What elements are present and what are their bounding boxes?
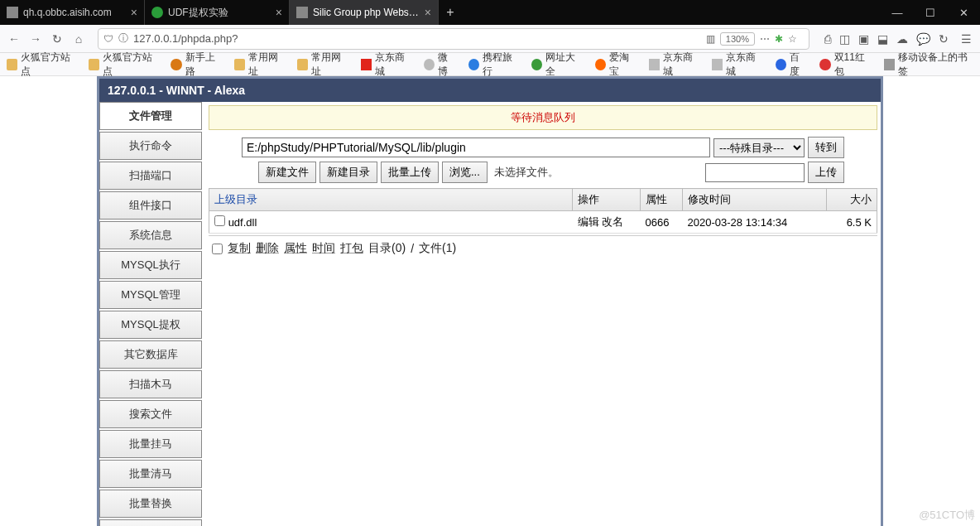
upload-name-input[interactable]: [705, 163, 805, 182]
url-bar[interactable]: 🛡 ⓘ ▥ 130% ⋯ ✱ ☆: [98, 28, 809, 50]
browse-button[interactable]: 浏览...: [442, 162, 488, 183]
tab-label: Silic Group php Webshell version: [313, 7, 420, 18]
sidebar-item-component[interactable]: 组件接口: [99, 191, 202, 220]
bookmark-item[interactable]: 常用网址: [234, 51, 286, 79]
sidebar-icon[interactable]: ◫: [839, 32, 850, 46]
bookmark-item[interactable]: 京东商城: [712, 51, 763, 79]
browser-tab-2[interactable]: Silic Group php Webshell version ×: [290, 0, 439, 25]
rename-link[interactable]: 改名: [602, 215, 623, 228]
menu-button[interactable]: ☰: [957, 30, 975, 48]
sync-icon[interactable]: ↻: [939, 32, 949, 46]
reader-icon[interactable]: ▥: [706, 33, 715, 45]
sidebar-item-mysql-admin[interactable]: MYSQL管理: [99, 281, 202, 309]
forward-button[interactable]: →: [26, 30, 45, 48]
batch-time[interactable]: 时间: [312, 241, 335, 256]
url-input[interactable]: [133, 32, 706, 45]
select-all-checkbox[interactable]: [212, 244, 223, 254]
bookmark-item[interactable]: 京东商城: [649, 51, 700, 79]
bookmark-item[interactable]: 百度: [776, 51, 809, 79]
library-icon[interactable]: ⎙: [824, 32, 831, 46]
new-file-button[interactable]: 新建文件: [258, 162, 316, 183]
file-name[interactable]: udf.dll: [228, 216, 257, 229]
toolbar-right-icons: ⎙ ◫ ▣ ⬓ ☁ 💬 ↻: [819, 32, 954, 46]
bookmark-item[interactable]: 常用网址: [297, 51, 348, 79]
new-dir-button[interactable]: 新建目录: [319, 162, 377, 183]
special-dir-select[interactable]: ---特殊目录---: [713, 138, 805, 157]
col-op: 操作: [573, 189, 641, 211]
plugin-icon[interactable]: ⬓: [877, 32, 888, 46]
maximize-icon[interactable]: ☐: [914, 7, 947, 19]
file-size: 6.5 K: [826, 211, 877, 234]
sidebar-item-batch-replace[interactable]: 批量替换: [99, 490, 202, 518]
browser-tab-0[interactable]: qh.q.obbc.aisih.com ×: [0, 0, 145, 25]
sidebar-item-batch-clean[interactable]: 批量清马: [99, 460, 202, 488]
batch-delete[interactable]: 删除: [256, 241, 279, 256]
table-row[interactable]: udf.dll 编辑 改名 0666 2020-03-28 13:14:34 6…: [209, 211, 877, 234]
bookmark-item[interactable]: 携程旅行: [468, 51, 520, 79]
page-title: 127.0.0.1 - WINNT - Alexa: [97, 76, 883, 102]
star-icon[interactable]: ☆: [788, 33, 797, 45]
edit-link[interactable]: 编辑: [578, 215, 599, 228]
path-input[interactable]: [242, 138, 710, 157]
extension-icon[interactable]: ✱: [775, 33, 783, 45]
close-icon[interactable]: ×: [425, 6, 431, 19]
bookmark-item[interactable]: 网址大全: [531, 51, 583, 79]
batch-pack[interactable]: 打包: [340, 241, 363, 256]
bookmark-item[interactable]: 微博: [424, 51, 457, 79]
sidebar-item-portscan[interactable]: 扫描端口: [99, 162, 202, 190]
sidebar-item-mysql-exec[interactable]: MYSQL执行: [99, 251, 202, 279]
batch-copy[interactable]: 复制: [228, 241, 251, 256]
favicon-icon: [7, 7, 18, 18]
home-button[interactable]: ⌂: [70, 30, 88, 48]
col-attr: 属性: [640, 189, 682, 211]
bookmark-mobile[interactable]: 移动设备上的书签: [884, 51, 973, 79]
more-icon[interactable]: ⋯: [760, 33, 770, 45]
batch-row: 复制 删除 属性 时间 打包 目录(0) / 文件(1): [209, 235, 877, 261]
parent-dir-link[interactable]: 上级目录: [214, 193, 257, 205]
close-icon[interactable]: ×: [276, 6, 282, 19]
tab-label: qh.q.obbc.aisih.com: [23, 7, 126, 18]
minimize-icon[interactable]: —: [881, 7, 914, 19]
dir-count: 目录(0): [368, 241, 406, 256]
sidebar-item-exec[interactable]: 执行命令: [99, 132, 202, 160]
sidebar-item-batch-inject[interactable]: 批量挂马: [99, 430, 202, 458]
bookmark-item[interactable]: 火狐官方站点: [7, 51, 77, 79]
window-titlebar: qh.q.obbc.aisih.com × UDF提权实验 × Silic Gr…: [0, 0, 980, 25]
favicon-icon: [595, 59, 606, 70]
shield-icon[interactable]: 🛡: [103, 33, 113, 45]
back-button[interactable]: ←: [5, 30, 23, 48]
sidebar-item-sysinfo[interactable]: 系统信息: [99, 221, 202, 249]
sidebar-item-search[interactable]: 搜索文件: [99, 400, 202, 428]
new-tab-button[interactable]: +: [439, 5, 462, 20]
bookmark-item[interactable]: 京东商城: [361, 51, 412, 79]
screenshot-icon[interactable]: ▣: [858, 32, 869, 46]
message-bar: 等待消息队列: [209, 105, 877, 130]
sidebar-item-otherdb[interactable]: 其它数据库: [99, 340, 202, 369]
reload-button[interactable]: ↻: [48, 30, 66, 48]
bookmark-item[interactable]: 新手上路: [171, 51, 222, 79]
upload-button[interactable]: 上传: [808, 162, 844, 183]
info-icon[interactable]: ⓘ: [118, 31, 128, 46]
sidebar-item-filemanager[interactable]: 文件管理: [99, 102, 202, 130]
sidebar: 文件管理 执行命令 扫描端口 组件接口 系统信息 MYSQL执行 MYSQL管理…: [99, 102, 202, 526]
batch-upload-button[interactable]: 批量上传: [381, 162, 439, 183]
goto-button[interactable]: 转到: [808, 137, 844, 158]
batch-attr[interactable]: 属性: [284, 241, 307, 256]
close-window-icon[interactable]: ✕: [947, 7, 980, 19]
favicon-icon: [468, 59, 479, 70]
chat-icon[interactable]: 💬: [916, 32, 930, 46]
row-checkbox[interactable]: [214, 215, 225, 226]
folder-icon: [7, 59, 17, 70]
zoom-badge[interactable]: 130%: [720, 32, 755, 46]
browser-tab-1[interactable]: UDF提权实验 ×: [145, 0, 290, 25]
count-sep: /: [411, 242, 414, 255]
sidebar-item-scan-trojan[interactable]: 扫描木马: [99, 370, 202, 398]
bookmark-item[interactable]: 双11红包: [819, 51, 872, 79]
sidebar-item-registry[interactable]: WIN注册表: [99, 519, 202, 526]
cloud-icon[interactable]: ☁: [896, 32, 908, 46]
close-icon[interactable]: ×: [131, 6, 137, 19]
bookmark-item[interactable]: 火狐官方站点: [89, 51, 159, 79]
favicon-icon: [171, 59, 181, 70]
sidebar-item-mysql-priv[interactable]: MYSQL提权: [99, 311, 202, 339]
bookmark-item[interactable]: 爱淘宝: [595, 51, 637, 79]
